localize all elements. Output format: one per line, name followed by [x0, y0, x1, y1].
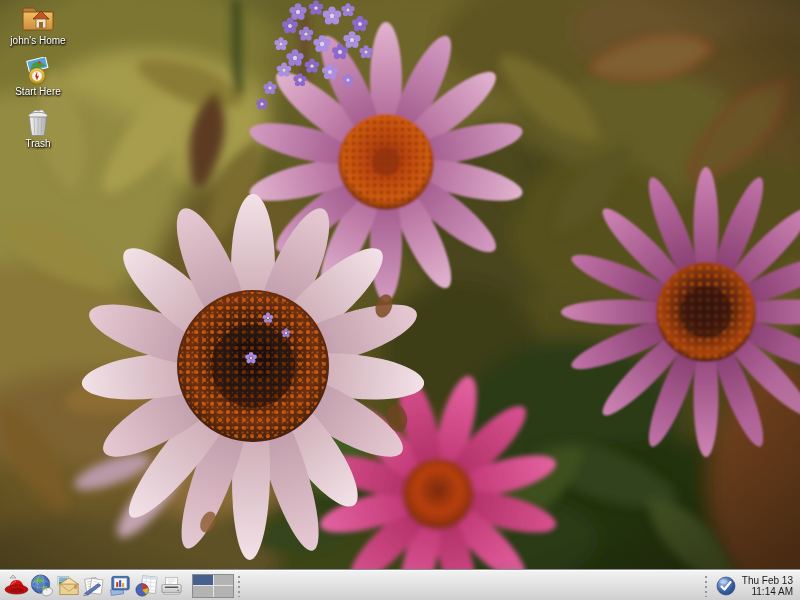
presentation-launcher[interactable]	[108, 573, 133, 599]
desktop-icon-label: Start Here	[15, 86, 61, 97]
desktop-icon-johns-home[interactable]: john's Home	[10, 3, 65, 46]
panel-clock[interactable]: Thu Feb 13 11:14 AM	[739, 575, 796, 597]
desktop-icon-area: john's Home Start Here Trash	[2, 3, 74, 149]
word-processor-icon	[82, 574, 107, 598]
desktop-icon-trash[interactable]: Trash	[25, 108, 51, 149]
spreadsheet-launcher[interactable]	[134, 573, 159, 599]
web-browser-globe-icon	[30, 574, 55, 598]
redhat-menu-icon	[4, 574, 29, 598]
email-launcher[interactable]	[56, 573, 81, 599]
workspace-switcher	[192, 574, 234, 598]
workspace-1[interactable]	[193, 575, 213, 586]
workspace-4[interactable]	[214, 586, 234, 597]
printer-launcher[interactable]	[160, 573, 185, 599]
notification-area-handle[interactable]	[704, 575, 710, 597]
update-check-orb-icon	[716, 576, 736, 596]
panel-drag-handle[interactable]	[237, 575, 243, 597]
email-envelope-icon	[56, 574, 81, 598]
taskbar-panel: Thu Feb 13 11:14 AM	[0, 570, 800, 600]
presentation-icon	[108, 574, 133, 598]
web-browser-launcher[interactable]	[30, 573, 55, 599]
desktop-icon-label: Trash	[25, 138, 50, 149]
desktop-icon-start-here[interactable]: Start Here	[15, 57, 61, 97]
workspace-3[interactable]	[193, 586, 213, 597]
desktop-icon-label: john's Home	[10, 35, 65, 46]
main-menu-button[interactable]	[4, 573, 29, 599]
clock-time: 11:14 AM	[742, 586, 793, 597]
home-folder-icon	[20, 3, 56, 34]
word-processor-launcher[interactable]	[82, 573, 107, 599]
update-notifier[interactable]	[715, 575, 737, 597]
spreadsheet-pie-icon	[134, 574, 159, 598]
clock-date: Thu Feb 13	[742, 575, 793, 586]
trash-icon	[25, 108, 51, 137]
wallpaper-image	[0, 0, 800, 570]
start-here-icon	[24, 57, 51, 85]
printer-icon	[160, 574, 185, 598]
workspace-2[interactable]	[214, 575, 234, 586]
desktop: john's Home Start Here Trash	[0, 0, 800, 600]
